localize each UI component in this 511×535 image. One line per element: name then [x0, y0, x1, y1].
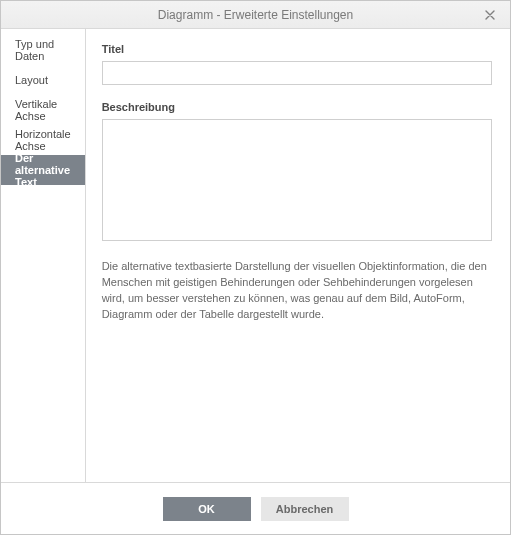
- sidebar-item-label: Vertikale Achse: [15, 98, 71, 122]
- sidebar-item-alt-text[interactable]: Der alternative Text: [1, 155, 85, 185]
- sidebar-item-label: Horizontale Achse: [15, 128, 71, 152]
- sidebar-item-type-data[interactable]: Typ und Daten: [1, 35, 85, 65]
- dialog-footer: OK Abbrechen: [1, 482, 510, 534]
- dialog-body: Typ und Daten Layout Vertikale Achse Hor…: [1, 29, 510, 482]
- description-label: Beschreibung: [102, 101, 492, 113]
- description-textarea[interactable]: [102, 119, 492, 241]
- sidebar-item-label: Der alternative Text: [15, 152, 71, 188]
- dialog-title: Diagramm - Erweiterte Einstellungen: [158, 8, 353, 22]
- title-group: Titel: [102, 43, 492, 85]
- ok-button[interactable]: OK: [163, 497, 251, 521]
- title-input[interactable]: [102, 61, 492, 85]
- description-group: Beschreibung: [102, 101, 492, 243]
- close-button[interactable]: [476, 1, 504, 29]
- cancel-button[interactable]: Abbrechen: [261, 497, 349, 521]
- sidebar-item-layout[interactable]: Layout: [1, 65, 85, 95]
- title-label: Titel: [102, 43, 492, 55]
- sidebar-item-label: Typ und Daten: [15, 38, 71, 62]
- sidebar: Typ und Daten Layout Vertikale Achse Hor…: [1, 29, 86, 482]
- help-text: Die alternative textbasierte Darstellung…: [102, 259, 492, 323]
- sidebar-item-vertical-axis[interactable]: Vertikale Achse: [1, 95, 85, 125]
- sidebar-item-label: Layout: [15, 74, 48, 86]
- titlebar: Diagramm - Erweiterte Einstellungen: [1, 1, 510, 29]
- sidebar-item-horizontal-axis[interactable]: Horizontale Achse: [1, 125, 85, 155]
- dialog-window: Diagramm - Erweiterte Einstellungen Typ …: [0, 0, 511, 535]
- close-icon: [485, 6, 495, 24]
- content-panel: Titel Beschreibung Die alternative textb…: [86, 29, 510, 482]
